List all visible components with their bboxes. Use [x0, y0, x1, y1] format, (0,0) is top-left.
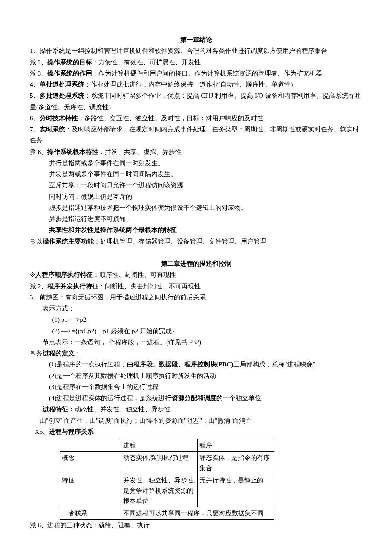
ch1-l7-bold: 、实时系统 — [33, 126, 65, 133]
chapter2-title: 第二章进程的描述和控制 — [30, 258, 362, 269]
ch1-l2-rest: ：方便性、有效性、可扩展性、开发性 — [92, 59, 201, 66]
table-header-program: 程序 — [198, 439, 274, 452]
ch2-l3-sub1: 表示方式： — [30, 303, 362, 314]
cell-relation-value: 不同进程可以共享同一程序，只要对应数据集不同 — [121, 507, 274, 520]
ch1-line7: 7、实时系统：及时响应外部请求，在规定时间内完成事件处理，任务类型：周期性、非周… — [30, 124, 362, 146]
ch2-l4-sub3: (3)是程序在一个数据集合上的运行过程 — [30, 381, 362, 392]
ch2-line6: 派 6、进程的三种状态：就绪、阻塞、执行 — [30, 520, 362, 531]
ch1-l6-rest: ：多路性、交互性、独立性、及时性，目标：对用户响应的及时性 — [78, 115, 263, 122]
ch2-l3-sub2: (1) p1-—>p2 — [30, 314, 362, 325]
ch1-l7-num: 7 — [30, 126, 33, 133]
ch1-l8-rest: ：并发、共享、虚拟、异步性 — [98, 148, 182, 155]
ch1-l8-sub4: 同时访问：微观上仍是互斥的 — [30, 191, 362, 202]
table-row-feature: 特征 并发性、独立性、异步性,是竞争计算机系统资源的根本单位 无并行特性，是静止… — [60, 474, 274, 507]
ch2-l4-sub1-c: 三局部构成，总称"进程映像" — [233, 361, 315, 368]
ch2-l1-rest: ：顺序性、封闭性、可再现性 — [93, 271, 176, 278]
ch1-line1: 1、操作系统是一组控制和管理计算机硬件和软件资源、合理的对各类作业进行调度以方便… — [30, 45, 362, 56]
table-header-row: 进程 程序 — [60, 439, 274, 452]
cell-concept-label: 概念 — [60, 452, 121, 474]
ch1-l3-bold: 操作系统的作用 — [47, 70, 92, 77]
ch1-l9-bold: 操作系统主要功能 — [43, 238, 94, 245]
ch2-l3-sub3: (2) —>={(p1,p2)｜p1 必须在 p2 开始前完成} — [30, 325, 362, 337]
ch2-l2-prefix: 派 — [30, 283, 38, 290]
ch1-l4-rest: ：作业处理成批进行，内存中始终保持一道作业(自动性、顺序性、单道性) — [84, 81, 293, 88]
ch1-l8-sub2: 并发是两或多个事件在同一时间间隔内发生。 — [30, 169, 362, 180]
ch2-l4-prefix: ※务 — [30, 350, 43, 357]
ch2-line4: ※务进程的定义： — [30, 348, 362, 359]
ch1-l7-rest: ：及时响应外部请求，在规定时间内完成事件处理，任务类型：周期性、非周期性或硬实时… — [30, 126, 359, 144]
cell-feature-program: 无并行特性，是静止的 — [198, 474, 274, 507]
ch2-l4-sub4: (4)进程是进程实体的运行过程，是系统进行资源分配和调度的一个独立单位 — [30, 392, 362, 404]
ch2-l4-sub6: 由"创立"而产生，由"调度"而执行；由得不到资源而"阻塞"，由"撤消"而消亡 — [30, 415, 362, 426]
ch1-l8-sub7: 共享性和并发性是操作系统两个最根本的特征 — [30, 224, 362, 235]
ch2-l2-rest: 征：间断性、失去封闭性、不可再现性 — [92, 283, 201, 290]
table-row-concept: 概念 动态实体,强调执行过程 静态实体，是指令的有序集合 — [60, 452, 274, 474]
ch2-line5: X5、进程与程序关系 — [30, 426, 362, 437]
ch1-l3-prefix: 派 3、 — [30, 70, 47, 77]
ch1-l9-prefix: ※以 — [30, 238, 43, 245]
ch2-l4-sub2: (2)是一个程序及其数据在处理机上顺序执行时所发生的活动 — [30, 370, 362, 381]
ch1-l6-num: 6 — [30, 115, 33, 122]
ch1-line2: 派 2、操作系统的目标：方便性、有效性、可扩展性、开发性 — [30, 57, 362, 68]
ch2-l4-rest: ： — [75, 350, 81, 357]
ch2-l5-bold: 进程与程序关系 — [49, 428, 94, 435]
ch2-l4-sub4-a: (4)进程是进程实体的运行过程，是系统进 — [49, 395, 165, 401]
ch2-l4-sub1-a: (1)是程序的一次执行过程， — [49, 361, 127, 368]
ch2-l2-bold: 、程序并发执行特 — [41, 283, 92, 290]
ch2-line3: 3、前趋图：有向无循环图，用于描述进程之间执行的前后关系 — [30, 292, 362, 303]
cell-feature-label: 特征 — [60, 474, 121, 507]
ch1-line3: 派 3、操作系统的作用：作为计算机硬件和用户间的接口、作为计算机系统资源的管理者… — [30, 68, 362, 79]
cell-feature-process: 并发性、独立性、异步性,是竞争计算机系统资源的根本单位 — [121, 474, 198, 507]
ch2-l4-sub1: (1)是程序的一次执行过程，由程序段、数据段、程序控制块(PBC)三局部构成，总… — [30, 359, 362, 370]
ch1-l3-rest: ：作为计算机硬件和用户间的接口、作为计算机系统资源的管理者、作为扩充机器 — [92, 70, 322, 77]
ch1-l5-num: 5 — [30, 92, 33, 99]
process-program-table: 进程 程序 概念 动态实体,强调执行过程 静态实体，是指令的有序集合 特征 并发… — [60, 439, 274, 520]
ch2-l4-bold: 进程的定义 — [43, 350, 75, 357]
chapter1-title: 第一章绪论 — [30, 34, 362, 45]
ch1-l8-bold: 、操作系统根本特性 — [41, 148, 98, 155]
ch1-line9: ※以操作系统主要功能：处理机管理、存储器管理、设备管理、文件管理、用户管理 — [30, 236, 362, 247]
ch1-l5-bold: 、多批道处理系统 — [33, 92, 84, 99]
ch2-l4-sub1-b: 由程序段、数据段、程序控制块(PBC) — [127, 361, 233, 368]
ch1-line8: 派 8、操作系统根本特性：并发、共享、虚拟、异步性 — [30, 146, 362, 157]
ch2-l4-sub5-b: ：动态性、并发性、独立性、异步性 — [68, 406, 170, 413]
ch1-l8-sub5: 虚拟是指通过某种技术把一个物理实体变为假设干个逻辑上的对应物。 — [30, 202, 362, 213]
ch2-line1: ※人程序顺序执行特征：顺序性、封闭性、可再现性 — [30, 269, 362, 280]
ch1-l4-num: 4 — [30, 81, 33, 88]
ch1-l8-sub6: 异步是指运行进度不可预知。 — [30, 213, 362, 224]
ch2-l4-sub4-c: 一个独立单位 — [223, 395, 261, 401]
ch1-l4-bold: 、单批道处理系统 — [33, 81, 84, 88]
table-header-process: 进程 — [121, 439, 198, 452]
ch2-l5-prefix: X5、 — [35, 428, 49, 435]
ch1-line4: 4、单批道处理系统：作业处理成批进行，内存中始终保持一道作业(自动性、顺序性、单… — [30, 79, 362, 90]
ch2-l1-bold: 人程序顺序执行特征 — [35, 271, 93, 278]
cell-concept-program: 静态实体，是指令的有序集合 — [198, 452, 274, 474]
ch2-l3-sub4: 节点表示：一条语句，-个程序段，一进程。(详见书 P32) — [30, 337, 362, 348]
ch2-l4-sub4-b: 行资源分配和调度的 — [165, 395, 223, 401]
ch1-l2-bold: 操作系统的目标 — [47, 59, 92, 66]
ch1-l8-prefix: 派 — [30, 148, 38, 155]
ch1-l8-sub3: 互斥共享：一段时间只允许一个进程访问该资源 — [30, 180, 362, 191]
ch2-line2: 派 2、程序并发执行特征：间断性、失去封闭性、不可再现性 — [30, 281, 362, 292]
ch1-l6-bold: 、分时技术特性 — [33, 115, 78, 122]
ch1-line6: 6、分时技术特性：多路性、交互性、独立性、及时性，目标：对用户响应的及时性 — [30, 113, 362, 124]
ch1-l9-rest: ：处理机管理、存储器管理、设备管理、文件管理、用户管理 — [94, 238, 266, 245]
cell-relation-label: 二者联系 — [60, 507, 121, 520]
ch1-line5: 5、多批道处理系统：系统中同时驻留多个作业，优点：提高 CPIJ 利用率、提高 … — [30, 90, 362, 113]
cell-concept-process: 动态实体,强调执行过程 — [121, 452, 198, 474]
table-header-empty — [60, 439, 121, 452]
ch2-l4-sub5: 进程特征：动态性、并发性、独立性、异步性 — [30, 404, 362, 415]
ch1-l8-sub1: 并行是指两或多个事件在同一时刻发生。 — [30, 157, 362, 169]
table-row-relation: 二者联系 不同进程可以共享同一程序，只要对应数据集不同 — [60, 507, 274, 520]
ch2-l4-sub5-a: 进程特征 — [43, 406, 68, 413]
ch2-l1-prefix: ※ — [30, 271, 35, 278]
ch1-l2-prefix: 派 2、 — [30, 59, 47, 66]
